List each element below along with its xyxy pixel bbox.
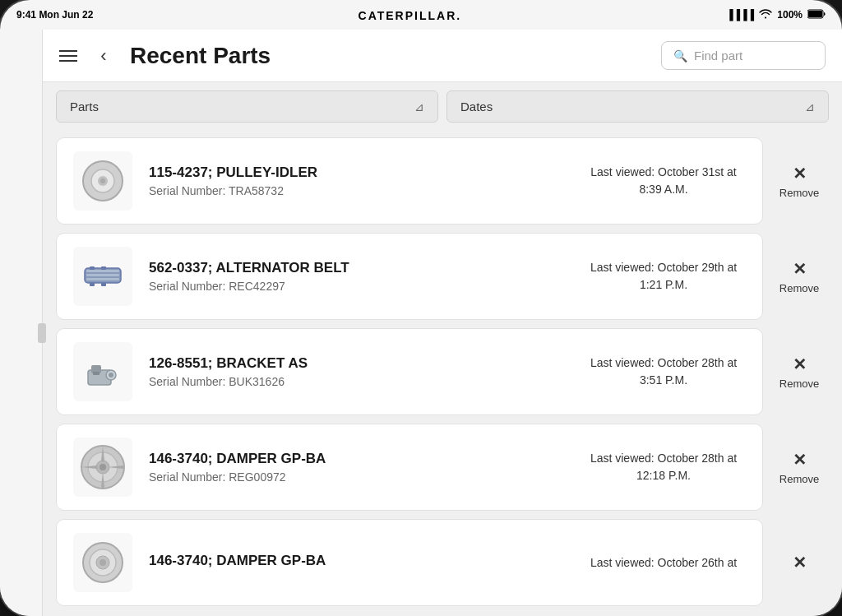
part-card[interactable]: 146-3740; DAMPER GP-BA Last viewed: Octo… — [56, 519, 763, 606]
part-serial: Serial Number: TRA58732 — [149, 184, 565, 197]
parts-list: 115-4237; PULLEY-IDLER Serial Number: TR… — [43, 131, 842, 616]
remove-x-icon: ✕ — [793, 450, 807, 470]
remove-button[interactable]: ✕ Remove — [770, 137, 829, 225]
svg-rect-12 — [90, 283, 95, 286]
part-name: 146-3740; DAMPER GP-BA — [149, 451, 565, 467]
part-name: 126-8551; BRACKET AS — [149, 355, 565, 372]
remove-x-icon: ✕ — [793, 164, 807, 183]
table-row: 126-8551; BRACKET AS Serial Number: BUK3… — [56, 328, 829, 415]
part-date: Last viewed: October 28th at3:51 P.M. — [581, 354, 746, 389]
battery-label: 100% — [777, 9, 803, 21]
part-card[interactable]: 146-3740; DAMPER GP-BA Serial Number: RE… — [56, 424, 763, 511]
svg-rect-18 — [93, 372, 99, 375]
remove-button[interactable]: ✕ — [770, 519, 829, 606]
table-row: 146-3740; DAMPER GP-BA Serial Number: RE… — [56, 424, 829, 511]
sidebar-handle — [38, 323, 46, 343]
part-date: Last viewed: October 31st at8:39 A.M. — [581, 164, 746, 198]
table-row: 146-3740; DAMPER GP-BA Last viewed: Octo… — [56, 519, 829, 606]
part-name: 115-4237; PULLEY-IDLER — [149, 164, 565, 181]
search-icon: 🔍 — [673, 49, 687, 63]
battery-icon — [807, 9, 826, 21]
svg-rect-7 — [86, 270, 119, 272]
part-image — [73, 342, 132, 401]
status-bar: 9:41 Mon Jun 22 CATERPILLAR. ▐▐▐▐ 100% — [0, 0, 842, 30]
search-box[interactable]: 🔍 Find part — [661, 41, 826, 70]
back-button[interactable]: ‹ — [90, 43, 117, 69]
svg-point-26 — [99, 559, 106, 566]
part-card[interactable]: 126-8551; BRACKET AS Serial Number: BUK3… — [56, 328, 763, 415]
wifi-icon — [759, 9, 772, 21]
page-header: ‹ Recent Parts 🔍 Find part — [43, 30, 842, 82]
table-row: 562-0337; ALTERNATOR BELT Serial Number:… — [56, 233, 829, 320]
svg-point-22 — [99, 464, 106, 470]
remove-button[interactable]: ✕ Remove — [770, 233, 829, 320]
search-placeholder: Find part — [694, 49, 743, 63]
dates-filter-button[interactable]: Dates ⊿ — [446, 90, 829, 123]
part-image — [73, 533, 132, 592]
remove-x-icon: ✕ — [793, 259, 807, 279]
svg-rect-10 — [90, 266, 95, 270]
svg-rect-11 — [101, 266, 106, 270]
part-serial: Serial Number: BUK31626 — [149, 375, 565, 388]
svg-rect-1 — [808, 11, 822, 17]
part-date: Last viewed: October 29th at1:21 P.M. — [581, 259, 746, 294]
part-card[interactable]: 562-0337; ALTERNATOR BELT Serial Number:… — [56, 233, 763, 320]
part-name: 146-3740; DAMPER GP-BA — [149, 553, 565, 569]
part-card[interactable]: 115-4237; PULLEY-IDLER Serial Number: TR… — [56, 137, 763, 225]
sidebar — [0, 30, 43, 616]
part-image — [73, 438, 132, 497]
page-title: Recent Parts — [130, 43, 271, 69]
filter-row: Parts ⊿ Dates ⊿ — [43, 82, 842, 131]
svg-point-5 — [100, 178, 105, 183]
dates-filter-icon: ⊿ — [805, 100, 815, 113]
part-name: 562-0337; ALTERNATOR BELT — [149, 260, 565, 276]
part-serial: Serial Number: REC42297 — [149, 280, 565, 293]
status-time: 9:41 Mon Jun 22 — [16, 9, 93, 21]
part-date: Last viewed: October 26th at — [581, 554, 746, 572]
table-row: 115-4237; PULLEY-IDLER Serial Number: TR… — [56, 137, 829, 225]
svg-rect-8 — [86, 274, 119, 276]
brand-logo: CATERPILLAR. — [359, 8, 462, 22]
parts-filter-button[interactable]: Parts ⊿ — [56, 90, 438, 123]
svg-rect-13 — [101, 283, 106, 286]
remove-button[interactable]: ✕ Remove — [770, 424, 829, 511]
svg-point-17 — [109, 373, 113, 377]
svg-rect-9 — [86, 278, 119, 280]
part-image — [73, 247, 132, 306]
part-image — [73, 151, 132, 211]
remove-x-icon: ✕ — [793, 354, 807, 374]
status-indicators: ▐▐▐▐ 100% — [726, 9, 826, 21]
part-serial: Serial Number: REG00972 — [149, 470, 565, 484]
parts-filter-icon: ⊿ — [414, 100, 424, 113]
signal-icon: ▐▐▐▐ — [726, 9, 754, 21]
part-date: Last viewed: October 28th at12:18 P.M. — [581, 450, 746, 484]
remove-x-icon: ✕ — [793, 553, 807, 572]
remove-button[interactable]: ✕ Remove — [770, 328, 829, 415]
menu-button[interactable] — [59, 50, 77, 62]
